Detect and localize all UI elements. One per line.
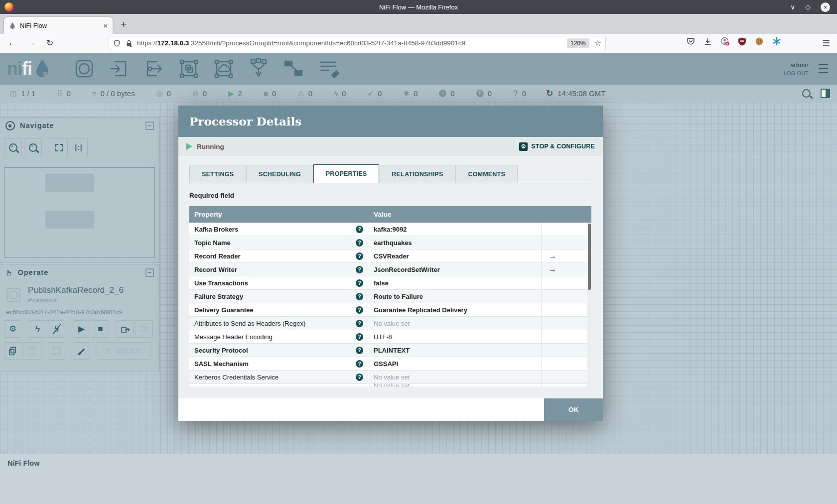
- brush-icon: [77, 346, 86, 356]
- copy-icon: [8, 346, 17, 356]
- configure-button[interactable]: ⚙: [4, 320, 21, 338]
- page-zoom-indicator[interactable]: 120%: [567, 38, 589, 48]
- browser-menu-icon[interactable]: ☰: [822, 38, 830, 49]
- search-icon[interactable]: [802, 89, 811, 98]
- goto-cell[interactable]: →: [542, 250, 591, 262]
- browser-tab[interactable]: NiFi Flow ×: [4, 17, 113, 34]
- property-row[interactable]: Record Reader?CSVReader→: [189, 250, 591, 263]
- zoom-out-button[interactable]: −: [24, 138, 42, 156]
- tab-relationships[interactable]: RELATIONSHIPS: [379, 165, 455, 183]
- disable-button[interactable]: ϟ: [48, 320, 65, 338]
- start-button[interactable]: ▶: [73, 320, 90, 338]
- property-row[interactable]: Attributes to Send as Headers (Regex)?No…: [189, 317, 591, 330]
- actual-size-button[interactable]: |:|: [70, 138, 88, 156]
- goto-cell: [542, 357, 591, 370]
- zoom-fit-button[interactable]: [50, 138, 68, 156]
- funnel-component-icon[interactable]: [247, 57, 270, 80]
- lightning-slash-icon: ϟ: [54, 324, 59, 334]
- url-text[interactable]: https://172.18.0.3:32558/nifi/?processGr…: [137, 39, 567, 47]
- property-row[interactable]: SASL Mechanism?GSSAPI: [189, 357, 591, 371]
- ublock-icon[interactable]: UO: [738, 37, 746, 46]
- tab-close-icon[interactable]: ×: [103, 21, 108, 30]
- selected-component-type: Processor: [28, 296, 124, 304]
- goto-cell[interactable]: →: [542, 263, 591, 276]
- reload-button[interactable]: ↻: [46, 38, 53, 48]
- property-value: Route to Failure: [368, 290, 542, 303]
- table-scrollbar[interactable]: [587, 223, 591, 386]
- goto-cell: [542, 330, 591, 343]
- stale-icon: ↑: [439, 90, 446, 97]
- label-component-icon[interactable]: [317, 57, 340, 80]
- tab-settings[interactable]: SETTINGS: [189, 165, 246, 183]
- navigate-collapse-button[interactable]: −: [145, 122, 154, 130]
- property-row[interactable]: ?No value set: [189, 384, 591, 386]
- stop-button[interactable]: ■: [92, 320, 109, 338]
- bookmark-star-icon[interactable]: ☆: [594, 38, 601, 48]
- input-port-component-icon[interactable]: [108, 57, 131, 80]
- window-close-button[interactable]: ×: [821, 2, 830, 12]
- property-name-cell: ?: [189, 384, 368, 386]
- window-minimize-button[interactable]: ∨: [790, 3, 795, 10]
- fit-icon: [55, 144, 63, 151]
- breadcrumb[interactable]: NiFi Flow: [7, 459, 39, 467]
- template-component-icon[interactable]: [282, 57, 305, 80]
- birdseye-minimap[interactable]: [4, 167, 155, 258]
- extension-asterisk-icon[interactable]: [772, 37, 781, 46]
- logout-link[interactable]: LOG OUT: [784, 70, 809, 76]
- property-row[interactable]: Message Header Encoding?UTF-8: [189, 330, 591, 344]
- property-row[interactable]: Use Transactions?false: [189, 276, 591, 290]
- lock-warning-icon[interactable]: [125, 39, 133, 47]
- account-icon[interactable]: [720, 37, 729, 46]
- last-refresh-time: 14:45:08 GMT: [558, 89, 605, 98]
- save-template-button[interactable]: [117, 320, 134, 338]
- back-button[interactable]: ←: [8, 38, 16, 48]
- status-count: 0: [378, 89, 382, 98]
- forward-button[interactable]: →: [27, 38, 36, 48]
- process-group-component-icon[interactable]: [177, 57, 200, 80]
- settings-panel-icon[interactable]: [821, 89, 830, 98]
- url-host: 172.18.0.3: [157, 39, 189, 47]
- property-row[interactable]: Delivery Guarantee?Guarantee Replicated …: [189, 303, 591, 317]
- tab-properties[interactable]: PROPERTIES: [313, 164, 380, 183]
- refresh-icon[interactable]: ↻: [546, 88, 553, 99]
- upload-template-button[interactable]: [136, 320, 153, 338]
- enable-button[interactable]: ϟ: [29, 320, 46, 338]
- cookie-icon[interactable]: [755, 37, 764, 46]
- help-icon: ?: [356, 347, 363, 354]
- actual-size-icon: |:|: [75, 143, 83, 151]
- tab-comments[interactable]: COMMENTS: [455, 165, 518, 183]
- delete-button[interactable]: DELETE: [98, 342, 150, 360]
- property-row[interactable]: Security Protocol?PLAINTEXT: [189, 344, 591, 357]
- new-tab-button[interactable]: +: [121, 18, 127, 30]
- copy-button[interactable]: [4, 342, 21, 360]
- global-menu-icon[interactable]: ☰: [818, 61, 829, 77]
- property-row[interactable]: Topic Name?earthquakes: [189, 236, 591, 250]
- output-port-component-icon[interactable]: [142, 57, 165, 80]
- goto-service-icon[interactable]: →: [549, 252, 557, 260]
- scrollbar-thumb[interactable]: [588, 224, 591, 290]
- property-row[interactable]: Failure Strategy?Route to Failure: [189, 290, 591, 303]
- status-count: 0: [66, 89, 70, 98]
- remote-process-group-component-icon[interactable]: [212, 57, 235, 80]
- processor-component-icon[interactable]: [73, 57, 96, 80]
- paste-button[interactable]: [23, 342, 40, 360]
- change-color-button[interactable]: [73, 342, 90, 360]
- pocket-icon[interactable]: [687, 37, 695, 46]
- property-name-cell: Kerberos Credentials Service?: [189, 371, 368, 383]
- tracking-shield-icon[interactable]: [113, 39, 121, 47]
- property-row[interactable]: Kafka Brokers?kafka:9092: [189, 223, 591, 236]
- url-bar[interactable]: https://172.18.0.3:32558/nifi/?processGr…: [109, 36, 606, 50]
- property-name-cell: Record Writer?: [189, 263, 368, 276]
- operate-collapse-button[interactable]: −: [145, 268, 154, 277]
- ok-button[interactable]: OK: [544, 398, 603, 421]
- goto-service-icon[interactable]: →: [549, 265, 557, 274]
- minimap-node: [45, 174, 94, 192]
- tab-scheduling[interactable]: SCHEDULING: [246, 165, 313, 183]
- download-icon[interactable]: [703, 37, 712, 46]
- property-row[interactable]: Record Writer?JsonRecordSetWriter→: [189, 263, 591, 276]
- paste-icon: [27, 346, 36, 356]
- zoom-in-button[interactable]: +: [4, 138, 22, 156]
- window-maximize-button[interactable]: ◇: [805, 3, 811, 10]
- stop-and-configure-button[interactable]: ⚙ STOP & CONFIGURE: [519, 142, 595, 151]
- group-button[interactable]: [48, 342, 65, 360]
